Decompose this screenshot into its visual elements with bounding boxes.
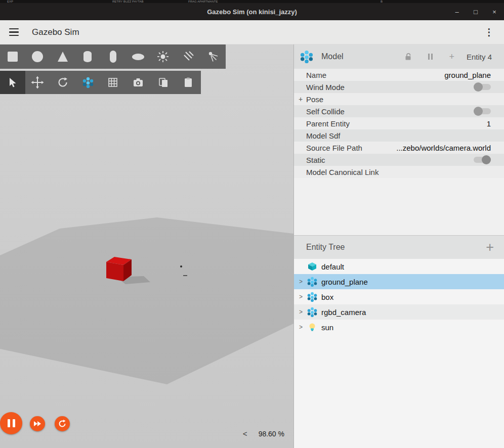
property-value[interactable]: ground_plane [444, 71, 491, 79]
property-label: Parent Entity [306, 119, 350, 128]
pause-button[interactable] [0, 412, 22, 434]
property-row-wind-mode: Wind Mode [294, 81, 504, 93]
tree-item-label: rgbd_camera [321, 308, 366, 317]
tree-item-label: box [321, 293, 333, 301]
paste-icon [183, 77, 194, 88]
static-toggle[interactable] [474, 157, 491, 163]
window-controls: – □ × [453, 3, 498, 20]
shapes-toolbar [0, 44, 226, 69]
rgbd-camera-model [180, 265, 182, 267]
copy-tool[interactable] [151, 71, 176, 94]
cylinder-icon [83, 51, 92, 62]
scene-3d-viewport[interactable]: < 98.60 % [0, 44, 293, 448]
point-light-tool[interactable] [150, 44, 176, 69]
light-icon [307, 322, 317, 332]
tree-item-label: sun [321, 323, 333, 332]
world-icon [307, 261, 317, 272]
ground-plane-model[interactable] [0, 44, 293, 448]
property-label: Source File Path [306, 144, 362, 152]
align-tool[interactable] [101, 71, 126, 94]
property-label: Self Collide [306, 107, 345, 116]
entity-id-label: Entity 4 [467, 53, 492, 61]
property-list: Name ground_plane Wind Mode + Pose Self … [294, 69, 504, 178]
tree-item-label: default [321, 262, 344, 271]
point-light-icon [156, 50, 170, 63]
paste-tool[interactable] [176, 71, 201, 94]
pause-updates-icon[interactable] [428, 54, 433, 60]
pause-icon [8, 419, 15, 427]
chevron-right-icon[interactable]: > [299, 293, 307, 300]
unlock-icon[interactable] [404, 53, 412, 61]
property-label: Static [306, 156, 325, 164]
ellipsoid-tool[interactable] [125, 44, 151, 69]
refresh-icon [58, 419, 67, 428]
panel-spacer [294, 178, 504, 235]
spot-light-icon [206, 50, 220, 63]
chevron-right-icon[interactable]: > [299, 278, 307, 285]
tree-item-box[interactable]: > box [294, 289, 504, 304]
rgbd-camera-shadow [183, 275, 187, 276]
reset-button[interactable] [55, 416, 70, 431]
menu-icon[interactable] [9, 28, 19, 36]
close-button[interactable]: × [491, 8, 498, 16]
capsule-tool[interactable] [100, 44, 125, 69]
cone-icon [58, 52, 68, 62]
cone-tool[interactable] [50, 44, 75, 69]
expand-icon[interactable]: + [299, 95, 303, 103]
minimize-button[interactable]: – [453, 8, 460, 16]
box-icon [8, 52, 18, 62]
model-panel-header: Model + Entity 4 [294, 44, 504, 69]
rotate-icon [57, 76, 69, 88]
box-front-face [106, 262, 123, 281]
property-row-name: Name ground_plane [294, 69, 504, 81]
property-label: Model Canonical Link [306, 168, 379, 176]
property-label: Model Sdf [306, 131, 341, 140]
sphere-icon [32, 51, 43, 62]
cylinder-tool[interactable] [75, 44, 101, 69]
add-entity-icon[interactable]: + [486, 242, 494, 252]
collapse-chevron-icon[interactable]: < [243, 429, 247, 438]
kebab-menu-icon[interactable]: ⋮ [484, 26, 494, 38]
box-tool[interactable] [0, 44, 25, 69]
property-row-model-sdf: Model Sdf [294, 129, 504, 142]
grid-icon [107, 77, 118, 88]
add-component-icon[interactable]: + [449, 52, 454, 62]
chevron-right-icon[interactable]: > [299, 324, 307, 331]
wind-mode-toggle[interactable] [474, 84, 491, 90]
rotate-tool[interactable] [50, 71, 75, 94]
right-panel: Model + Entity 4 Name ground_plane Wind … [293, 44, 504, 448]
property-label: Pose [306, 95, 323, 104]
entity-tree-title: Entity Tree [306, 243, 345, 252]
view-angle-icon [82, 77, 94, 88]
model-icon [300, 50, 313, 63]
box-model[interactable] [99, 252, 152, 287]
tree-item-default[interactable]: default [294, 259, 504, 274]
view-angle-tool[interactable] [75, 71, 101, 94]
screenshot-tool[interactable] [125, 71, 151, 94]
ellipsoid-icon [132, 54, 144, 60]
property-label: Name [306, 71, 326, 79]
spot-light-tool[interactable] [201, 44, 226, 69]
sphere-tool[interactable] [25, 44, 51, 69]
property-value: ...zebo/worlds/camera.world [396, 144, 491, 152]
tree-item-ground-plane[interactable]: > ground_plane [294, 274, 504, 289]
titlebar[interactable]: Gazebo Sim (on kinisi_jazzy) – □ × [0, 3, 504, 20]
tree-item-label: ground_plane [321, 278, 368, 286]
entity-tree-header: Entity Tree + [294, 235, 504, 259]
select-tool[interactable] [0, 71, 25, 94]
property-row-self-collide: Self Collide [294, 105, 504, 117]
translate-tool[interactable] [25, 71, 51, 94]
fast-forward-icon [33, 420, 42, 427]
capsule-icon [110, 51, 116, 63]
model-icon [307, 307, 317, 317]
step-forward-button[interactable] [30, 416, 45, 431]
tree-item-sun[interactable]: > sun [294, 320, 504, 335]
maximize-button[interactable]: □ [472, 8, 479, 16]
chevron-right-icon[interactable]: > [299, 308, 307, 316]
property-row-model-canonical-link: Model Canonical Link [294, 166, 504, 178]
tree-item-rgbd-camera[interactable]: > rgbd_camera [294, 304, 504, 320]
entity-tree-list: default > ground_plane > [294, 259, 504, 335]
self-collide-toggle[interactable] [474, 108, 491, 114]
panel-spacer [294, 335, 504, 448]
directional-light-tool[interactable] [176, 44, 201, 69]
